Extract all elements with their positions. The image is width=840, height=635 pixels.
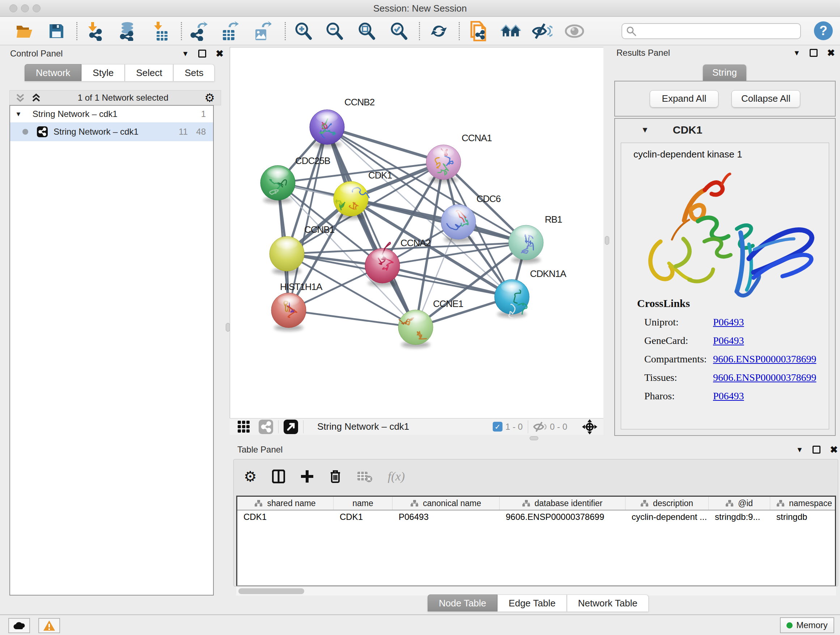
clipboard-network-icon[interactable] xyxy=(469,21,489,41)
network-node-CCNB2[interactable]: CCNB2 xyxy=(309,97,375,148)
cloud-icon xyxy=(13,621,25,630)
panel-menu-icon[interactable]: ▼ xyxy=(793,49,800,57)
crosslink-link[interactable]: P06493 xyxy=(713,317,744,328)
panel-float-icon[interactable] xyxy=(810,49,818,57)
panel-close-icon[interactable]: ✖ xyxy=(216,50,224,57)
eye-icon[interactable] xyxy=(564,21,584,41)
table-row[interactable]: CDK1CDK1P064939606.ENSP00000378699cyclin… xyxy=(237,510,835,524)
network-name: String Network – cdk1 xyxy=(54,127,139,137)
tab-sets[interactable]: Sets xyxy=(173,64,215,81)
table-cell[interactable]: cyclin-dependent ... xyxy=(625,510,709,524)
collapse-all-icon[interactable] xyxy=(15,92,26,103)
tab-node-table[interactable]: Node Table xyxy=(428,594,497,611)
delete-table-icon[interactable] xyxy=(357,470,373,483)
tab-select[interactable]: Select xyxy=(125,64,173,81)
column-header-namespace[interactable]: namespace xyxy=(770,497,836,510)
warning-button[interactable] xyxy=(38,618,60,633)
panel-float-icon[interactable] xyxy=(198,50,206,57)
grid-view-icon[interactable] xyxy=(237,420,251,434)
network-edge[interactable] xyxy=(327,127,416,327)
vertical-splitter-handle[interactable] xyxy=(226,323,230,332)
panel-float-icon[interactable] xyxy=(813,446,821,454)
network-node-CCNA1[interactable]: CCNA1 xyxy=(426,133,492,183)
network-node-CCNE1[interactable]: CCNE1 xyxy=(398,298,463,348)
network-collection-row[interactable]: ▼ String Network – cdk1 1 xyxy=(10,106,213,122)
gear-icon[interactable]: ⚙ xyxy=(204,91,215,105)
network-node-HIST1H1A[interactable]: HIST1H1A xyxy=(271,281,323,331)
tab-edge-table[interactable]: Edge Table xyxy=(497,594,567,611)
double-home-icon[interactable] xyxy=(501,21,521,41)
hidden-eye-slash-icon[interactable] xyxy=(533,421,547,432)
network-edge[interactable] xyxy=(327,127,444,162)
tree-expander-icon[interactable]: ▼ xyxy=(15,111,22,118)
export-image-icon[interactable] xyxy=(252,21,272,41)
delete-column-icon[interactable] xyxy=(329,469,341,484)
add-column-icon[interactable] xyxy=(300,470,314,483)
column-header--id[interactable]: @id xyxy=(709,497,770,510)
search-input[interactable] xyxy=(637,26,792,36)
tab-string[interactable]: String xyxy=(703,65,746,81)
cloud-button[interactable] xyxy=(8,618,30,633)
table-cell[interactable]: P06493 xyxy=(393,510,500,524)
gene-collapse-icon[interactable]: ▼ xyxy=(641,125,649,135)
column-header-canonical-name[interactable]: canonical name xyxy=(393,497,500,510)
scrollbar-thumb[interactable] xyxy=(238,588,304,594)
table-cell[interactable]: CDK1 xyxy=(333,510,393,524)
export-network-icon[interactable] xyxy=(188,21,208,41)
crosslink-link[interactable]: P06493 xyxy=(713,390,744,402)
collapse-all-button[interactable]: Collapse All xyxy=(731,90,800,108)
open-external-icon[interactable] xyxy=(284,420,298,434)
selected-checkbox-icon[interactable]: ✓ xyxy=(493,422,502,432)
show-columns-icon[interactable] xyxy=(272,470,285,483)
table-cell[interactable]: stringdb xyxy=(770,510,836,524)
network-canvas[interactable]: CCNB2CCNA1CDC25BCDK1CDC6RB1CCNB1CCNA2CDK… xyxy=(230,47,603,418)
memory-button[interactable]: Memory xyxy=(780,617,834,633)
network-node-CCNB1[interactable]: CCNB1 xyxy=(270,224,335,274)
toolbar-separator xyxy=(419,22,420,40)
network-edge[interactable] xyxy=(351,199,526,242)
table-cell[interactable]: CDK1 xyxy=(237,510,333,524)
export-table-icon[interactable] xyxy=(219,21,240,41)
expand-all-icon[interactable] xyxy=(31,92,42,103)
table-cell[interactable]: stringdb:9... xyxy=(709,510,770,524)
panel-close-icon[interactable]: ✖ xyxy=(830,446,838,454)
network-edge[interactable] xyxy=(289,310,416,327)
function-builder-icon[interactable]: f(x) xyxy=(388,470,405,483)
panel-menu-icon[interactable]: ▼ xyxy=(182,50,189,58)
crosslink-link[interactable]: 9606.ENSP00000378699 xyxy=(713,353,816,365)
column-header-description[interactable]: description xyxy=(625,497,709,510)
vertical-splitter-handle[interactable] xyxy=(605,236,609,245)
table-cell[interactable]: 9606.ENSP00000378699 xyxy=(500,510,625,524)
import-table-icon[interactable] xyxy=(150,21,171,41)
table-gear-icon[interactable]: ⚙ xyxy=(244,468,257,485)
network-node-RB1[interactable]: RB1 xyxy=(508,214,562,263)
zoom-selected-icon[interactable] xyxy=(388,21,409,41)
panel-menu-icon[interactable]: ▼ xyxy=(796,446,803,454)
panel-close-icon[interactable]: ✖ xyxy=(827,49,835,57)
column-header-name[interactable]: name xyxy=(333,497,393,510)
eye-slash-icon[interactable] xyxy=(532,21,553,41)
column-header-shared-name[interactable]: shared name xyxy=(237,497,333,510)
tab-network-table[interactable]: Network Table xyxy=(567,594,649,611)
network-node-CDKN1A[interactable]: CDKN1A xyxy=(494,268,567,318)
crosslink-link[interactable]: 9606.ENSP00000378699 xyxy=(713,372,816,383)
column-header-database-identifier[interactable]: database identifier xyxy=(500,497,625,510)
network-row[interactable]: String Network – cdk1 11 48 xyxy=(10,122,213,141)
horizontal-splitter-handle[interactable] xyxy=(530,436,538,440)
tab-style[interactable]: Style xyxy=(81,64,125,81)
refresh-icon[interactable] xyxy=(429,21,449,41)
network-share-view-icon[interactable] xyxy=(259,420,273,434)
tab-network[interactable]: Network xyxy=(25,64,81,81)
birds-eye-icon[interactable] xyxy=(582,419,598,435)
help-icon[interactable]: ? xyxy=(814,21,833,40)
zoom-fit-icon[interactable] xyxy=(356,21,377,41)
zoom-in-icon[interactable] xyxy=(293,21,313,41)
import-network-database-icon[interactable] xyxy=(117,21,137,41)
open-session-icon[interactable] xyxy=(14,21,35,41)
zoom-out-icon[interactable] xyxy=(324,21,344,41)
import-network-file-icon[interactable] xyxy=(86,21,106,41)
crosslink-link[interactable]: P06493 xyxy=(713,335,744,347)
network-graph[interactable]: CCNB2CCNA1CDC25BCDK1CDC6RB1CCNB1CCNA2CDK… xyxy=(230,48,603,418)
expand-all-button[interactable]: Expand All xyxy=(650,90,718,108)
save-session-icon[interactable] xyxy=(46,21,66,41)
